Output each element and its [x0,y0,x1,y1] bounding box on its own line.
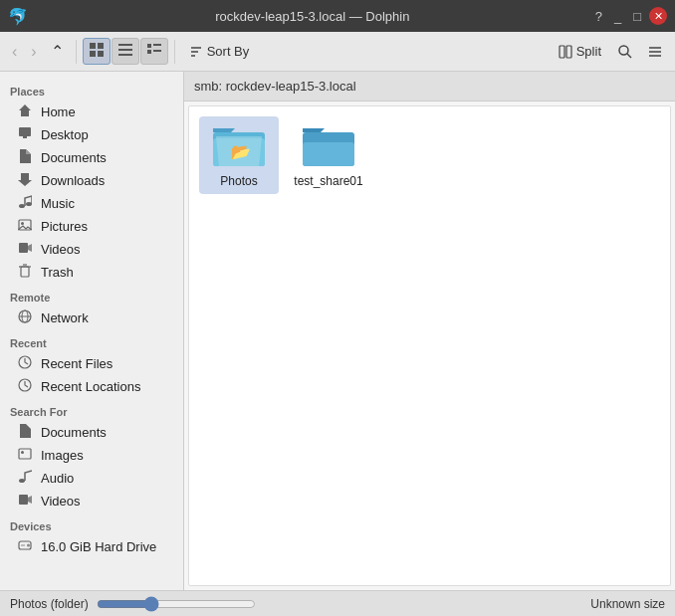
view-compact-button[interactable] [112,38,139,65]
files-area: 📂 Photos test_share01 [188,105,671,586]
svg-rect-10 [153,50,161,52]
svg-rect-28 [19,243,28,253]
statusbar: Photos (folder) Unknown size [0,590,675,616]
titlebar: 🐬 rockdev-leap15-3.local — Dolphin ? _ □… [0,0,675,32]
search-for-section-label: Search For [0,398,183,421]
folder-name-test-share01: test_share01 [294,174,362,188]
svg-rect-23 [23,136,27,138]
maximize-button[interactable]: □ [629,7,645,26]
svg-marker-21 [19,104,31,116]
toolbar-separator-1 [76,40,77,64]
sidebar-item-videos[interactable]: Videos [0,238,183,261]
breadcrumb-path: smb: rockdev-leap15-3.local [194,79,356,94]
svg-rect-15 [566,46,571,58]
svg-text:📂: 📂 [231,142,251,161]
sidebar-pictures-label: Pictures [41,219,88,234]
file-item-photos[interactable]: 📂 Photos [199,116,279,194]
svg-rect-1 [98,43,104,49]
sidebar-search-audio-label: Audio [41,471,74,486]
svg-point-24 [19,204,25,208]
svg-rect-9 [147,50,151,54]
network-icon [18,309,34,326]
up-button[interactable]: ⌃ [45,38,70,65]
svg-rect-5 [118,49,132,51]
split-button[interactable]: Split [551,40,609,63]
toolbar-separator-2 [174,40,175,64]
search-images-icon [18,447,34,464]
documents-icon [18,149,34,166]
sidebar-item-search-images[interactable]: Images [0,444,183,467]
svg-rect-50 [303,142,354,166]
hard-drive-icon [18,538,34,555]
sidebar-item-documents[interactable]: Documents [0,146,183,169]
help-button[interactable]: ? [591,7,606,26]
svg-point-40 [19,479,25,483]
view-icons-button[interactable] [83,38,111,65]
recent-files-icon [18,355,34,372]
sidebar-recent-locations-label: Recent Locations [41,379,140,394]
split-icon [559,45,572,59]
forward-button[interactable]: › [25,39,42,65]
sidebar-item-downloads[interactable]: Downloads [0,169,183,192]
sidebar-item-network[interactable]: Network [0,307,183,329]
sidebar-item-search-documents[interactable]: Documents [0,421,183,444]
svg-point-44 [27,544,30,547]
sidebar-item-hard-drive[interactable]: 16.0 GiB Hard Drive [0,535,183,558]
sidebar: Places Home Desktop Documents Downloads [0,72,184,590]
sidebar-item-pictures[interactable]: Pictures [0,215,183,238]
trash-icon [18,264,34,281]
sidebar-item-search-audio[interactable]: Audio [0,467,183,490]
view-mode-group [83,38,168,65]
zoom-slider[interactable] [97,596,256,612]
split-label: Split [576,44,601,59]
view-details-button[interactable] [140,38,168,65]
main-layout: Places Home Desktop Documents Downloads [0,72,675,590]
svg-rect-2 [90,51,96,57]
file-item-test-share01[interactable]: test_share01 [289,116,368,194]
folder-icon-test-share01 [301,122,356,170]
svg-rect-14 [560,46,564,58]
sort-by-button[interactable]: Sort By [181,40,258,63]
content-area: smb: rockdev-leap15-3.local 📂 Photos [184,72,675,590]
svg-point-25 [26,202,32,206]
svg-rect-4 [118,44,132,46]
sidebar-item-home[interactable]: Home [0,101,183,123]
sidebar-item-music[interactable]: Music [0,192,183,215]
statusbar-size-label: Unknown size [590,597,665,611]
svg-marker-29 [28,244,32,252]
recent-section-label: Recent [0,329,183,352]
svg-rect-22 [19,127,31,136]
sidebar-search-videos-label: Videos [41,494,81,509]
close-button[interactable]: ✕ [649,7,667,25]
window-title: rockdev-leap15-3.local — Dolphin [34,9,591,24]
search-button[interactable] [611,40,639,64]
sidebar-item-search-videos[interactable]: Videos [0,490,183,513]
search-audio-icon [18,470,34,487]
svg-point-16 [619,46,628,55]
sidebar-item-recent-locations[interactable]: Recent Locations [0,375,183,398]
sidebar-hard-drive-label: 16.0 GiB Hard Drive [41,539,156,554]
sidebar-videos-label: Videos [41,242,81,257]
svg-rect-0 [90,43,96,49]
sidebar-home-label: Home [41,104,76,119]
devices-section-label: Devices [0,513,183,535]
recent-locations-icon [18,378,34,395]
sidebar-search-documents-label: Documents [41,425,107,440]
minimize-button[interactable]: _ [610,7,625,26]
sidebar-network-label: Network [41,310,89,325]
sort-by-label: Sort By [207,44,250,59]
sidebar-trash-label: Trash [41,265,74,280]
sidebar-item-desktop[interactable]: Desktop [0,123,183,146]
remote-section-label: Remote [0,284,183,307]
sidebar-search-images-label: Images [41,448,84,463]
sidebar-item-recent-files[interactable]: Recent Files [0,352,183,375]
videos-icon [18,241,34,258]
app-icon: 🐬 [8,7,28,26]
home-icon [18,103,34,120]
pictures-icon [18,218,34,235]
sidebar-item-trash[interactable]: Trash [0,261,183,284]
back-button[interactable]: ‹ [6,39,23,65]
svg-line-17 [627,54,631,58]
toolbar: ‹ › ⌃ Sort By Split [0,32,675,72]
menu-button[interactable] [641,40,669,64]
